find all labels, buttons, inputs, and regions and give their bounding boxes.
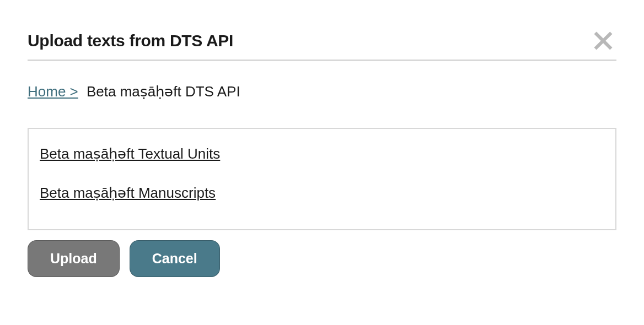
listing-box: Beta maṣāḥəft Textual Units Beta maṣāḥəf… — [28, 128, 616, 230]
close-icon[interactable] — [590, 28, 616, 54]
listing-item-textual-units[interactable]: Beta maṣāḥəft Textual Units — [40, 145, 604, 162]
upload-button[interactable]: Upload — [28, 240, 120, 277]
button-row: Upload Cancel — [28, 240, 616, 277]
breadcrumb: Home > Beta maṣāḥəft DTS API — [28, 83, 616, 100]
dialog-title: Upload texts from DTS API — [28, 31, 233, 50]
cancel-button[interactable]: Cancel — [130, 240, 220, 277]
breadcrumb-home-link[interactable]: Home > — [28, 83, 78, 100]
listing-item-manuscripts[interactable]: Beta maṣāḥəft Manuscripts — [40, 185, 604, 202]
dialog-header: Upload texts from DTS API — [28, 28, 616, 61]
breadcrumb-current: Beta maṣāḥəft DTS API — [87, 83, 240, 100]
